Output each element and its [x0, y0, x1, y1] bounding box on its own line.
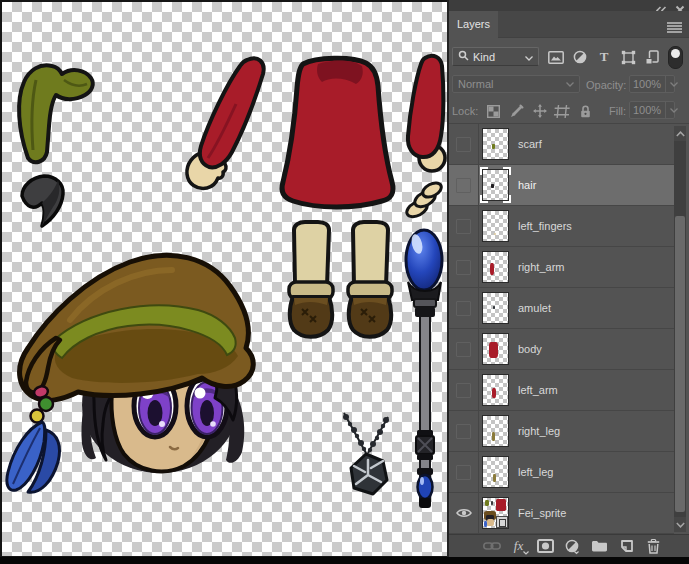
scroll-down-arrow[interactable] — [674, 517, 686, 532]
left-arm-art[interactable] — [187, 58, 264, 188]
chevron-down-icon — [525, 51, 533, 63]
sprite-canvas[interactable] — [2, 2, 447, 557]
lock-paint-icon[interactable] — [505, 104, 528, 118]
layer-row-body[interactable]: body — [449, 329, 674, 370]
visibility-toggle[interactable] — [449, 452, 479, 492]
visibility-toggle[interactable] — [449, 247, 479, 287]
document-canvas[interactable] — [2, 2, 447, 558]
visibility-well — [456, 301, 471, 316]
thumbnail-mark — [484, 521, 487, 526]
layer-thumbnail[interactable] — [482, 210, 509, 242]
selected-thumb-bracket — [480, 195, 488, 203]
panel-chrome-bar — [449, 0, 689, 11]
layer-row-amulet[interactable]: amulet — [449, 288, 674, 329]
visibility-well — [456, 178, 471, 193]
scarf-art[interactable] — [19, 65, 93, 162]
visibility-toggle[interactable] — [449, 493, 479, 533]
lock-transparency-icon[interactable] — [482, 105, 505, 118]
layer-name: scarf — [518, 138, 542, 150]
visibility-toggle[interactable] — [449, 329, 479, 369]
layer-row-scarf[interactable]: scarf — [449, 124, 674, 165]
selected-thumb-bracket — [503, 195, 511, 203]
lock-artboard-icon[interactable] — [551, 105, 574, 118]
delete-layer-icon[interactable] — [645, 539, 662, 554]
blend-row: Normal Opacity: 100% — [449, 71, 689, 98]
search-icon — [458, 50, 469, 63]
layer-thumbnail[interactable] — [482, 169, 509, 201]
thumbnail-mark — [490, 263, 494, 274]
panel-tab-bar: Layers — [449, 11, 689, 38]
body-tunic-art[interactable] — [282, 58, 393, 207]
layers-bottom-toolbar: fx — [449, 534, 689, 557]
type-layer-filter-icon[interactable]: T — [592, 49, 616, 65]
smart-object-badge — [496, 516, 508, 528]
head-art[interactable] — [7, 255, 253, 492]
new-adjustment-layer-icon[interactable] — [564, 539, 581, 554]
layer-name: amulet — [518, 302, 551, 314]
thumbnail-mark — [487, 519, 494, 526]
visibility-toggle[interactable] — [449, 124, 479, 164]
layer-thumbnail[interactable] — [482, 128, 509, 160]
visibility-toggle[interactable] — [449, 206, 479, 246]
pixel-layer-filter-icon[interactable] — [544, 51, 568, 64]
layers-list: scarf hair left_fingers right_arm amulet… — [449, 124, 689, 534]
kind-filter-dropdown[interactable]: Kind — [452, 47, 539, 66]
layer-thumbnail[interactable] — [482, 251, 509, 283]
layer-thumbnail[interactable] — [482, 497, 509, 529]
staff-art[interactable] — [406, 230, 442, 508]
add-layer-mask-icon[interactable] — [537, 539, 554, 553]
link-layers-icon[interactable] — [483, 541, 500, 551]
layer-row-left_fingers[interactable]: left_fingers — [449, 206, 674, 247]
smart-object-filter-icon[interactable] — [640, 50, 664, 65]
left-fingers-art[interactable] — [404, 180, 443, 220]
lock-position-icon[interactable] — [528, 104, 551, 118]
amulet-art[interactable] — [343, 413, 389, 494]
layer-thumbnail[interactable] — [482, 415, 509, 447]
layer-thumbnail[interactable] — [482, 374, 509, 406]
thumbnail-mark — [492, 432, 495, 441]
visibility-toggle[interactable] — [449, 411, 479, 451]
kind-filter-label: Kind — [473, 51, 495, 63]
layer-row-left_arm[interactable]: left_arm — [449, 370, 674, 411]
layer-thumbnail[interactable] — [482, 292, 509, 324]
layers-scrollbar[interactable] — [674, 126, 686, 532]
visibility-well — [456, 465, 471, 480]
filter-toggle-switch[interactable] — [668, 46, 683, 69]
new-layer-icon[interactable] — [618, 539, 635, 553]
panel-menu-icon[interactable] — [667, 19, 682, 37]
visibility-toggle[interactable] — [449, 288, 479, 328]
layer-name: hair — [518, 179, 536, 191]
layer-row-left_leg[interactable]: left_leg — [449, 452, 674, 493]
visibility-well — [456, 342, 471, 357]
layer-style-fx-icon[interactable]: fx — [510, 538, 527, 554]
visibility-toggle[interactable] — [449, 370, 479, 410]
shape-layer-filter-icon[interactable] — [616, 50, 640, 65]
hair-tuft-art[interactable] — [22, 176, 63, 226]
layer-thumbnail[interactable] — [482, 333, 509, 365]
blend-mode-select: Normal — [452, 75, 580, 93]
scroll-up-arrow[interactable] — [674, 126, 686, 141]
layer-row-hair[interactable]: hair — [449, 165, 674, 206]
layer-row-right_leg[interactable]: right_leg — [449, 411, 674, 452]
layer-name: left_arm — [518, 384, 558, 396]
layer-thumbnail[interactable] — [482, 456, 509, 488]
selected-thumb-bracket — [480, 167, 488, 175]
tab-layers[interactable]: Layers — [449, 11, 498, 38]
thumbnail-mark — [493, 306, 496, 309]
scrollbar-thumb[interactable] — [675, 216, 685, 512]
thumbnail-mark — [491, 184, 494, 187]
lock-all-icon[interactable] — [574, 105, 597, 118]
blend-mode-value: Normal — [458, 78, 493, 90]
right-arm-art[interactable] — [408, 56, 445, 171]
visibility-well — [456, 260, 471, 275]
photoshop-window: Layers Kind — [0, 0, 689, 564]
visibility-well — [456, 137, 471, 152]
visibility-toggle[interactable] — [449, 165, 479, 205]
layer-row-right_arm[interactable]: right_arm — [449, 247, 674, 288]
layer-name: left_fingers — [518, 220, 572, 232]
adjustment-layer-filter-icon[interactable] — [568, 50, 592, 64]
layer-row-Fei_sprite[interactable]: Fei_sprite — [449, 493, 674, 534]
right-leg-art[interactable] — [289, 222, 333, 337]
new-group-icon[interactable] — [591, 540, 608, 552]
left-leg-art[interactable] — [348, 222, 392, 337]
